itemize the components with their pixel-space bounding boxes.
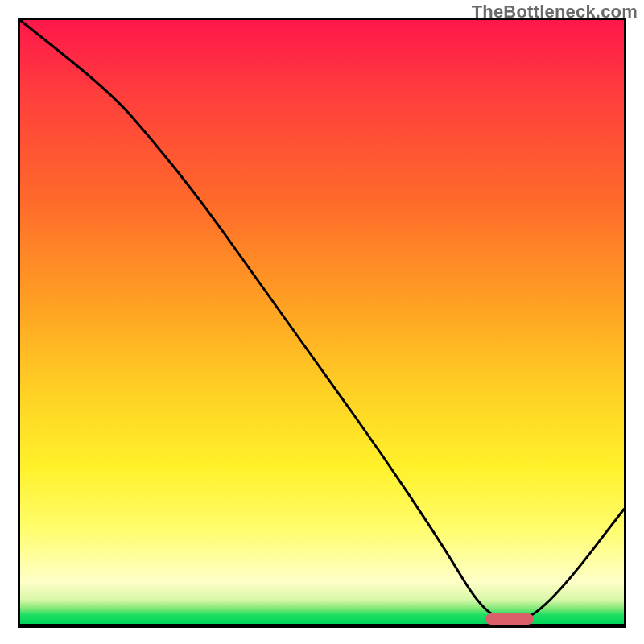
axis-right (624, 18, 626, 626)
chart-canvas: TheBottleneck.com (0, 0, 644, 644)
optimal-range-marker (485, 613, 534, 625)
bottleneck-curve (20, 20, 624, 624)
axis-bottom (18, 624, 626, 628)
